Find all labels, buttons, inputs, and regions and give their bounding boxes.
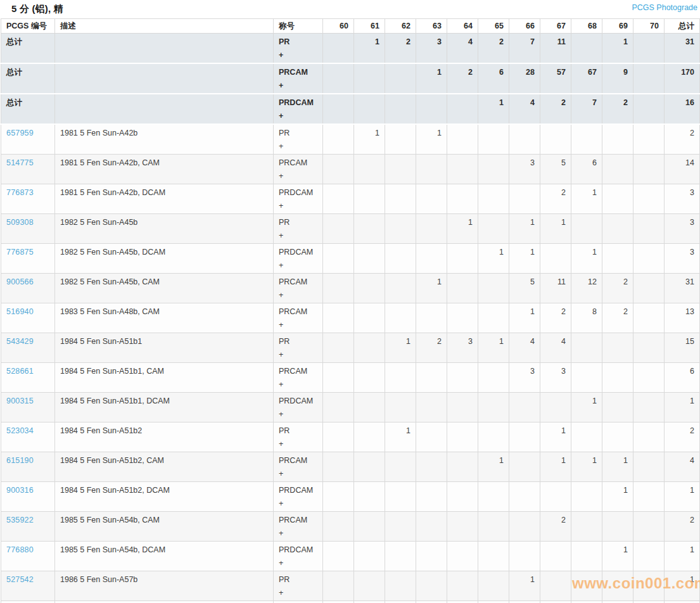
grade-60-cell <box>323 214 354 244</box>
grade-61-cell <box>354 363 385 393</box>
grade-65-cell: 1 <box>478 452 509 482</box>
grade-69-cell <box>602 601 633 603</box>
grade-69-cell <box>602 184 633 214</box>
pcgs-photograde-link[interactable]: PCGS Photograde <box>632 3 697 12</box>
description-cell: 1981 5 Fen Sun-A42b <box>55 124 274 155</box>
grade-60-cell <box>323 422 354 452</box>
grade-63-cell <box>416 155 447 184</box>
col-header-grade-61: 61 <box>354 19 385 34</box>
grade-61-cell <box>354 184 385 214</box>
grade-69-cell: 1 <box>602 482 633 512</box>
designation-cell: PR+ <box>274 214 323 244</box>
grade-60-cell <box>323 34 354 64</box>
grade-61-cell <box>354 155 385 184</box>
grade-64-cell <box>447 482 478 512</box>
grade-68-cell <box>571 333 602 363</box>
pcgs-number-link[interactable]: 615190 <box>6 456 34 465</box>
grade-69-cell <box>602 512 633 542</box>
grade-60-cell <box>323 601 354 603</box>
description-cell: 1984 5 Fen Sun-A51b1, CAM <box>55 363 274 393</box>
table-row: 6579591981 5 Fen Sun-A42bPR+112 <box>1 124 700 155</box>
pcgs-number-link[interactable]: 900566 <box>6 277 34 286</box>
grade-66-cell <box>509 452 540 482</box>
grade-61-cell <box>354 214 385 244</box>
grade-60-cell <box>323 155 354 184</box>
grade-65-cell <box>478 393 509 422</box>
summary-total-label: 总计 <box>1 94 55 124</box>
pcgs-number-link[interactable]: 514775 <box>6 158 34 167</box>
grade-62-cell <box>385 601 416 603</box>
grade-70-cell <box>633 333 665 363</box>
pcgs-number-link[interactable]: 776873 <box>6 188 34 197</box>
grade-66-cell: 7 <box>509 34 540 64</box>
grade-67-cell: 2 <box>540 184 571 214</box>
pcgs-number-link[interactable]: 528661 <box>6 367 34 376</box>
col-header-pcgs-number: PCGS 编号 <box>1 19 55 34</box>
summary-row: 总计PRCAM+1262857679170 <box>1 63 700 94</box>
total-cell: 16 <box>665 94 700 124</box>
grade-63-cell <box>416 542 447 571</box>
grade-62-cell <box>385 124 416 155</box>
pcgs-number-link[interactable]: 516940 <box>6 307 34 316</box>
grade-68-cell: 6 <box>571 155 602 184</box>
grade-62-cell: 2 <box>385 34 416 64</box>
grade-70-cell <box>633 482 665 512</box>
grade-70-cell <box>633 512 665 542</box>
table-row: 5093081982 5 Fen Sun-A45bPR+1113 <box>1 214 700 244</box>
grade-62-cell: 1 <box>385 333 416 363</box>
col-header-grade-63: 63 <box>416 19 447 34</box>
grade-63-cell <box>416 94 447 124</box>
pcgs-number-link[interactable]: 657959 <box>6 129 34 137</box>
pcgs-number-link[interactable]: 509308 <box>6 218 34 227</box>
grade-60-cell <box>323 333 354 363</box>
description-cell: 1984 5 Fen Sun-A51b2, CAM <box>55 452 274 482</box>
table-row: 5147751981 5 Fen Sun-A42b, CAMPRCAM+3561… <box>1 155 700 184</box>
grade-62-cell <box>385 214 416 244</box>
grade-70-cell <box>633 63 665 94</box>
total-cell: 15 <box>665 333 700 363</box>
pcgs-number-link[interactable]: 776880 <box>6 545 34 554</box>
grade-70-cell <box>633 274 665 303</box>
description-cell: 1982 5 Fen Sun-A45b, DCAM <box>55 244 274 274</box>
pcgs-number-link[interactable]: 776875 <box>6 248 34 257</box>
pcgs-number-link[interactable]: 900316 <box>6 486 34 495</box>
grade-61-cell <box>354 571 385 601</box>
grade-70-cell <box>633 303 665 333</box>
table-row: 5230341984 5 Fen Sun-A51b2PR+112 <box>1 422 700 452</box>
grade-66-cell: 28 <box>509 63 540 94</box>
grade-68-cell <box>571 34 602 64</box>
grade-60-cell <box>323 452 354 482</box>
grade-68-cell <box>571 601 602 603</box>
grade-65-cell <box>478 601 509 603</box>
grade-63-cell <box>416 482 447 512</box>
grade-64-cell <box>447 184 478 214</box>
grade-64-cell <box>447 244 478 274</box>
col-header-grade-69: 69 <box>602 19 633 34</box>
total-cell: 2 <box>665 124 700 155</box>
col-header-grade-67: 67 <box>540 19 571 34</box>
grade-69-cell <box>602 571 633 601</box>
grade-70-cell <box>633 571 665 601</box>
description-cell: 1985 5 Fen Sun-A54b, DCAM <box>55 542 274 571</box>
grade-63-cell <box>416 244 447 274</box>
grade-68-cell <box>571 124 602 155</box>
grade-60-cell <box>323 393 354 422</box>
grade-62-cell <box>385 94 416 124</box>
description-cell: 1984 5 Fen Sun-A51b1 <box>55 333 274 363</box>
grade-69-cell <box>602 422 633 452</box>
grade-68-cell: 1 <box>571 452 602 482</box>
pcgs-number-link[interactable]: 900315 <box>6 397 34 405</box>
grade-61-cell <box>354 542 385 571</box>
pcgs-number-link[interactable]: 535922 <box>6 516 34 524</box>
grade-65-cell: 1 <box>478 244 509 274</box>
grade-67-cell: 3 <box>540 363 571 393</box>
table-row: 9005991986 5 Fen Sun-A57b, CAMPRCAM+22 <box>1 601 700 603</box>
grade-67-cell: 4 <box>540 333 571 363</box>
grade-61-cell <box>354 63 385 94</box>
grade-60-cell <box>323 274 354 303</box>
pcgs-number-link[interactable]: 523034 <box>6 426 34 435</box>
pcgs-number-link[interactable]: 543429 <box>6 337 34 346</box>
grade-67-cell: 57 <box>540 63 571 94</box>
grade-62-cell <box>385 63 416 94</box>
pcgs-number-link[interactable]: 527542 <box>6 575 34 584</box>
